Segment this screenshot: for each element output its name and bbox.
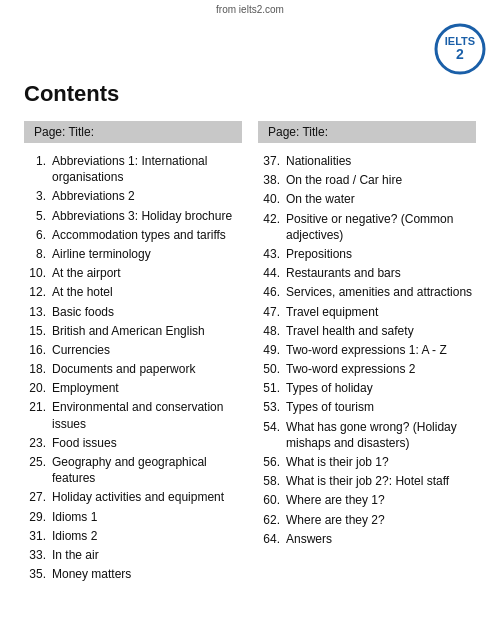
entry-text: What is their job 2?: Hotel staff: [286, 473, 449, 489]
list-item: 40.On the water: [258, 191, 476, 207]
list-item: 27.Holiday activities and equipment: [24, 489, 242, 505]
list-item: 50.Two-word expressions 2: [258, 361, 476, 377]
entry-text: On the road / Car hire: [286, 172, 402, 188]
entry-text: Where are they 1?: [286, 492, 385, 508]
ielts2-logo: IELTS 2: [434, 23, 486, 75]
list-item: 35.Money matters: [24, 566, 242, 582]
entry-number: 42.: [258, 211, 286, 243]
entry-text: Prepositions: [286, 246, 352, 262]
entry-number: 48.: [258, 323, 286, 339]
list-item: 46.Services, amenities and attractions: [258, 284, 476, 300]
entry-text: Two-word expressions 1: A - Z: [286, 342, 447, 358]
entry-text: On the water: [286, 191, 355, 207]
entry-text: What is their job 1?: [286, 454, 389, 470]
entry-text: Currencies: [52, 342, 110, 358]
list-item: 29.Idioms 1: [24, 509, 242, 525]
list-item: 25.Geography and geographical features: [24, 454, 242, 486]
entry-number: 37.: [258, 153, 286, 169]
list-item: 60.Where are they 1?: [258, 492, 476, 508]
entry-number: 51.: [258, 380, 286, 396]
entry-number: 46.: [258, 284, 286, 300]
entry-number: 47.: [258, 304, 286, 320]
list-item: 56.What is their job 1?: [258, 454, 476, 470]
svg-text:2: 2: [456, 46, 464, 62]
list-item: 51.Types of holiday: [258, 380, 476, 396]
list-item: 58.What is their job 2?: Hotel staff: [258, 473, 476, 489]
entry-number: 16.: [24, 342, 52, 358]
entry-text: British and American English: [52, 323, 205, 339]
list-item: 15.British and American English: [24, 323, 242, 339]
entry-text: Abbreviations 2: [52, 188, 135, 204]
entry-text: Idioms 1: [52, 509, 97, 525]
list-item: 38.On the road / Car hire: [258, 172, 476, 188]
entry-number: 54.: [258, 419, 286, 451]
entry-text: Food issues: [52, 435, 117, 451]
entry-number: 58.: [258, 473, 286, 489]
entry-text: What has gone wrong? (Holiday mishaps an…: [286, 419, 476, 451]
entry-number: 15.: [24, 323, 52, 339]
entry-text: At the airport: [52, 265, 121, 281]
columns: 1.Abbreviations 1: International organis…: [24, 153, 476, 585]
list-item: 13.Basic foods: [24, 304, 242, 320]
entry-text: Where are they 2?: [286, 512, 385, 528]
list-item: 3.Abbreviations 2: [24, 188, 242, 204]
list-item: 33.In the air: [24, 547, 242, 563]
list-item: 10.At the airport: [24, 265, 242, 281]
entry-number: 13.: [24, 304, 52, 320]
entry-number: 25.: [24, 454, 52, 486]
entry-text: Accommodation types and tariffs: [52, 227, 226, 243]
top-bar: from ielts2.com: [0, 0, 500, 17]
entry-number: 50.: [258, 361, 286, 377]
list-item: 44.Restaurants and bars: [258, 265, 476, 281]
entry-text: Nationalities: [286, 153, 351, 169]
list-item: 42.Positive or negative? (Common adjecti…: [258, 211, 476, 243]
entry-number: 21.: [24, 399, 52, 431]
entry-number: 10.: [24, 265, 52, 281]
list-item: 1.Abbreviations 1: International organis…: [24, 153, 242, 185]
left-column: 1.Abbreviations 1: International organis…: [24, 153, 242, 585]
entry-text: Positive or negative? (Common adjectives…: [286, 211, 476, 243]
entry-number: 1.: [24, 153, 52, 185]
entry-number: 40.: [258, 191, 286, 207]
right-column: 37.Nationalities38.On the road / Car hir…: [258, 153, 476, 550]
entry-text: Services, amenities and attractions: [286, 284, 472, 300]
entry-text: Money matters: [52, 566, 131, 582]
list-item: 6.Accommodation types and tariffs: [24, 227, 242, 243]
right-col-header: Page: Title:: [258, 121, 476, 143]
entry-text: Answers: [286, 531, 332, 547]
list-item: 49.Two-word expressions 1: A - Z: [258, 342, 476, 358]
entry-text: Types of holiday: [286, 380, 373, 396]
entry-text: At the hotel: [52, 284, 113, 300]
entry-number: 62.: [258, 512, 286, 528]
list-item: 23.Food issues: [24, 435, 242, 451]
list-item: 43.Prepositions: [258, 246, 476, 262]
list-item: 21.Environmental and conservation issues: [24, 399, 242, 431]
page-title: Contents: [24, 81, 476, 107]
entry-number: 20.: [24, 380, 52, 396]
list-item: 20.Employment: [24, 380, 242, 396]
list-item: 37.Nationalities: [258, 153, 476, 169]
entry-number: 60.: [258, 492, 286, 508]
entry-number: 5.: [24, 208, 52, 224]
entry-text: In the air: [52, 547, 99, 563]
entry-number: 31.: [24, 528, 52, 544]
entry-text: Idioms 2: [52, 528, 97, 544]
list-item: 53.Types of tourism: [258, 399, 476, 415]
entry-text: Travel health and safety: [286, 323, 414, 339]
columns-header: Page: Title: Page: Title:: [24, 121, 476, 143]
entry-number: 33.: [24, 547, 52, 563]
entry-text: Environmental and conservation issues: [52, 399, 242, 431]
list-item: 62.Where are they 2?: [258, 512, 476, 528]
entry-text: Basic foods: [52, 304, 114, 320]
entry-text: Travel equipment: [286, 304, 378, 320]
entry-number: 23.: [24, 435, 52, 451]
entry-number: 43.: [258, 246, 286, 262]
entry-number: 53.: [258, 399, 286, 415]
entry-number: 3.: [24, 188, 52, 204]
entry-number: 35.: [24, 566, 52, 582]
entry-number: 64.: [258, 531, 286, 547]
list-item: 18.Documents and paperwork: [24, 361, 242, 377]
list-item: 54.What has gone wrong? (Holiday mishaps…: [258, 419, 476, 451]
entry-text: Restaurants and bars: [286, 265, 401, 281]
entry-text: Documents and paperwork: [52, 361, 195, 377]
